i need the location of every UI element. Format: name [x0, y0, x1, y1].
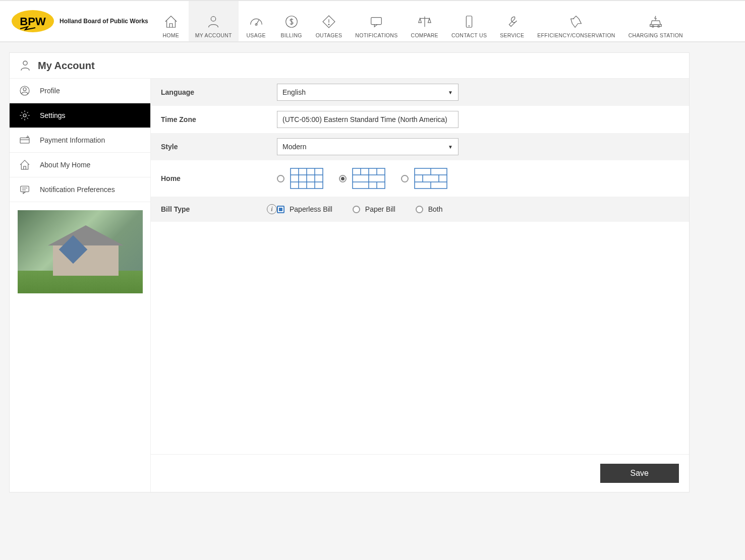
- account-sidebar: Profile Settings Payment Information Abo…: [10, 79, 151, 492]
- chat-lines-icon: [19, 183, 31, 196]
- nav-home[interactable]: HOME: [153, 1, 189, 41]
- sidebar-item-profile[interactable]: Profile: [10, 79, 150, 103]
- car-icon: [648, 14, 663, 29]
- language-select[interactable]: English ▼: [277, 84, 459, 101]
- nav-contact-us[interactable]: CONTACT US: [445, 1, 493, 41]
- layout-mixed-icon: [352, 166, 386, 191]
- svg-point-19: [23, 114, 26, 117]
- radio-icon: [339, 175, 347, 182]
- nav-charging-station[interactable]: CHARGING STATION: [622, 1, 690, 41]
- nav-service[interactable]: SERVICE: [493, 1, 531, 41]
- radio-icon: [401, 175, 409, 182]
- account-panel: My Account Profile Settings Payment Info…: [9, 52, 690, 492]
- phone-icon: [462, 14, 477, 29]
- chat-icon: [369, 14, 384, 29]
- recycle-icon: [568, 14, 584, 29]
- gear-icon: [19, 109, 31, 121]
- svg-rect-9: [371, 18, 382, 25]
- home-layout-label: Home: [161, 174, 277, 182]
- topbar: BPW Holland Board of Public Works HOME M…: [0, 0, 745, 42]
- layout-grid-icon: [290, 166, 324, 191]
- sidebar-item-label: Notification Preferences: [40, 185, 115, 194]
- radio-icon: [416, 206, 423, 213]
- card-icon: [19, 134, 31, 146]
- radio-icon: [353, 206, 360, 213]
- page-title: My Account: [38, 60, 95, 72]
- home-icon: [163, 14, 179, 29]
- nav-efficiency[interactable]: EFFICIENCY/CONSERVATION: [531, 1, 622, 41]
- scale-icon: [417, 14, 432, 29]
- person-icon: [19, 59, 32, 72]
- timezone-label: Time Zone: [161, 115, 277, 123]
- home-icon: [19, 159, 31, 171]
- style-select[interactable]: Modern ▼: [277, 138, 459, 155]
- nav-notifications[interactable]: NOTIFICATIONS: [349, 1, 404, 41]
- save-button[interactable]: Save: [600, 464, 679, 483]
- brand[interactable]: BPW Holland Board of Public Works: [5, 1, 153, 41]
- svg-point-18: [23, 88, 26, 91]
- style-label: Style: [161, 143, 277, 151]
- bill-type-both[interactable]: Both: [416, 205, 443, 213]
- sidebar-item-settings[interactable]: Settings: [10, 103, 150, 128]
- nav-my-account[interactable]: MY ACCOUNT: [189, 1, 239, 41]
- sidebar-item-payment[interactable]: Payment Information: [10, 128, 150, 153]
- nav-billing[interactable]: BILLING: [274, 1, 309, 41]
- radio-icon: [277, 175, 284, 182]
- sidebar-item-label: Settings: [40, 111, 66, 119]
- layout-rows-icon: [414, 166, 448, 191]
- bill-type-label: Bill Type: [161, 205, 190, 213]
- home-layout-option-2[interactable]: [339, 166, 386, 191]
- nav-outages[interactable]: OUTAGES: [309, 1, 349, 41]
- nav-usage[interactable]: USAGE: [239, 1, 274, 41]
- dollar-icon: [284, 14, 299, 29]
- chevron-down-icon: ▼: [448, 90, 453, 95]
- svg-point-2: [211, 17, 216, 21]
- settings-form: Language English ▼ Time Zone (UTC-: [151, 79, 689, 492]
- bill-type-paperless[interactable]: Paperless Bill: [277, 205, 332, 213]
- home-layout-option-3[interactable]: [401, 166, 448, 191]
- bill-type-paper[interactable]: Paper Bill: [353, 205, 395, 213]
- sidebar-item-label: About My Home: [40, 161, 90, 169]
- svg-point-8: [328, 24, 329, 25]
- sidebar-item-about-home[interactable]: About My Home: [10, 153, 150, 177]
- profile-icon: [19, 85, 31, 97]
- radio-icon: [277, 206, 284, 213]
- svg-point-16: [23, 61, 27, 65]
- language-label: Language: [161, 88, 277, 96]
- timezone-input[interactable]: (UTC-05:00) Eastern Standard Time (North…: [277, 111, 459, 128]
- svg-point-4: [255, 24, 257, 26]
- home-layout-option-1[interactable]: [277, 166, 324, 191]
- gauge-icon: [249, 14, 264, 29]
- svg-rect-20: [20, 138, 29, 144]
- svg-text:BPW: BPW: [20, 15, 46, 28]
- sidebar-item-label: Profile: [40, 87, 60, 95]
- chevron-down-icon: ▼: [448, 144, 453, 150]
- logo-icon: BPW: [10, 9, 55, 34]
- info-icon[interactable]: i: [267, 204, 277, 214]
- main-nav: HOME MY ACCOUNT USAGE BILLING OUTAGES NO…: [153, 1, 745, 41]
- sidebar-item-notification-prefs[interactable]: Notification Preferences: [10, 177, 150, 202]
- nav-compare[interactable]: COMPARE: [405, 1, 445, 41]
- sidebar-image: [18, 210, 142, 293]
- wrench-icon: [504, 14, 520, 29]
- sidebar-item-label: Payment Information: [40, 136, 105, 144]
- person-icon: [206, 14, 221, 29]
- warning-icon: [321, 14, 336, 29]
- brand-name: Holland Board of Public Works: [60, 18, 148, 25]
- svg-rect-22: [21, 186, 29, 192]
